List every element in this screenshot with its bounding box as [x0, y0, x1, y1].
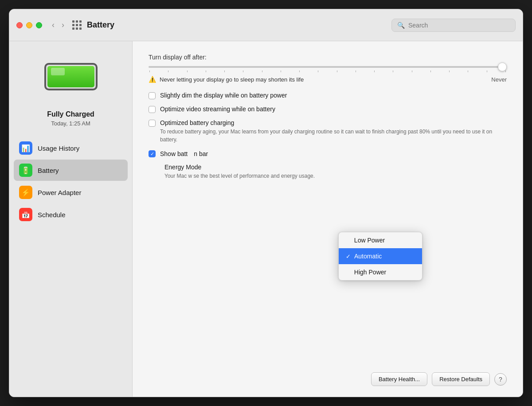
tick	[168, 70, 168, 72]
tick	[281, 70, 281, 72]
energy-mode-desc: Your Mac w se the best level of performa…	[164, 172, 315, 180]
titlebar: ‹ › Battery 🔍	[9, 9, 523, 41]
low-power-checkmark	[346, 237, 351, 244]
tick	[374, 70, 375, 72]
energy-mode-label: Energy Mode	[164, 164, 201, 171]
energy-mode-row: Energy Mode Your Mac w se the best level…	[149, 164, 507, 180]
battery-icon	[44, 63, 98, 90]
sidebar-item-battery[interactable]: 🔋 Battery	[14, 160, 128, 181]
battery-sheen	[51, 68, 65, 75]
close-button[interactable]	[16, 22, 23, 28]
sidebar-label-power-adapter: Power Adapter	[38, 189, 81, 196]
sidebar-item-schedule[interactable]: 📅 Schedule	[14, 204, 128, 225]
forward-button[interactable]: ›	[59, 19, 67, 31]
tick	[318, 70, 318, 72]
checkbox-charging-row: Optimized battery charging To reduce bat…	[149, 119, 507, 144]
battery-nav-icon: 🔋	[19, 164, 32, 177]
tick	[468, 70, 468, 72]
tick	[206, 70, 206, 72]
tick	[430, 70, 431, 72]
battery-time-label: Today, 1:25 AM	[51, 120, 90, 127]
checkbox-dim[interactable]	[149, 92, 156, 99]
checkbox-dim-row: Slightly dim the display while on batter…	[149, 92, 507, 99]
checkbox-dim-label-text: Slightly dim the display while on batter…	[160, 92, 287, 99]
help-button[interactable]: ?	[494, 373, 507, 386]
usage-history-icon: 📊	[19, 141, 32, 155]
energy-mode-text: Energy Mode Your Mac w se the best level…	[164, 164, 315, 180]
fullscreen-button[interactable]	[36, 22, 42, 28]
sidebar-nav: 📊 Usage History 🔋 Battery ⚡ Power Adapte…	[9, 137, 132, 225]
show-battery-label2: n bar	[194, 150, 208, 157]
dim-label: Slightly dim the display while on batter…	[160, 92, 287, 99]
checkbox-optimize-row: Optimize video streaming while on batter…	[149, 105, 507, 113]
high-power-checkmark	[346, 269, 351, 276]
warning-row: ⚠️ Never letting your display go to slee…	[149, 76, 507, 83]
search-input[interactable]	[408, 22, 510, 29]
tick	[262, 70, 262, 72]
checkbox-optimize-label-text: Optimize video streaming while on batter…	[160, 105, 275, 113]
tick	[505, 70, 506, 72]
window-title: Battery	[87, 20, 391, 30]
tick	[243, 70, 243, 72]
sidebar: Fully Charged Today, 1:25 AM 📊 Usage His…	[9, 41, 133, 397]
schedule-icon: 📅	[19, 208, 32, 221]
display-off-label: Turn display off after:	[149, 54, 507, 61]
checkbox-show-battery[interactable]: ✓	[149, 150, 156, 157]
show-battery-row: ✓ Show batt n bar	[149, 150, 507, 157]
system-preferences-window: ‹ › Battery 🔍 Fully Charge	[9, 9, 523, 397]
battery-status-label: Fully Charged	[47, 110, 94, 118]
tick	[224, 70, 225, 72]
dropdown-item-high-power[interactable]: High Power	[339, 264, 422, 280]
automatic-label: Automatic	[354, 253, 382, 260]
display-slider-track[interactable]	[149, 66, 507, 68]
tick	[356, 70, 356, 72]
charging-label: Optimized battery charging	[160, 119, 507, 126]
display-slider-thumb[interactable]	[498, 62, 507, 71]
never-label: Never	[491, 76, 507, 83]
sidebar-label-schedule: Schedule	[38, 211, 66, 219]
restore-defaults-button[interactable]: Restore Defaults	[432, 372, 490, 386]
show-battery-label: Show batt	[160, 150, 188, 157]
optimize-label: Optimize video streaming while on batter…	[160, 105, 275, 113]
warning-text: Never letting your display go to sleep m…	[160, 76, 488, 83]
dropdown-item-automatic[interactable]: ✓ Automatic	[339, 248, 422, 264]
dropdown-item-low-power[interactable]: Low Power	[339, 232, 422, 248]
warning-icon: ⚠️	[149, 76, 156, 83]
checkbox-charging[interactable]	[149, 120, 156, 127]
tick	[412, 70, 412, 72]
checkbox-optimize[interactable]	[149, 106, 156, 113]
content-area: Turn display off after:	[133, 41, 523, 397]
tick	[187, 70, 188, 72]
charging-sublabel: To reduce battery aging, your Mac learns…	[160, 128, 507, 144]
tick	[393, 70, 393, 72]
main-content: Fully Charged Today, 1:25 AM 📊 Usage His…	[9, 41, 523, 397]
minimize-button[interactable]	[26, 22, 32, 28]
sidebar-label-usage-history: Usage History	[38, 144, 79, 152]
display-slider-container	[149, 66, 507, 72]
sidebar-item-power-adapter[interactable]: ⚡ Power Adapter	[14, 182, 128, 203]
tick	[299, 70, 300, 72]
search-box[interactable]: 🔍	[391, 19, 516, 32]
sidebar-label-battery: Battery	[38, 167, 59, 174]
traffic-lights	[16, 22, 42, 28]
tick	[487, 70, 487, 72]
nav-buttons: ‹ ›	[49, 19, 67, 31]
automatic-checkmark: ✓	[346, 253, 351, 260]
energy-mode-dropdown: Low Power ✓ Automatic High Power	[338, 232, 422, 281]
slider-ticks	[149, 70, 507, 72]
bottom-bar: Battery Health... Restore Defaults ?	[371, 372, 507, 386]
checkbox-charging-text: Optimized battery charging To reduce bat…	[160, 119, 507, 144]
tick	[337, 70, 337, 72]
battery-health-button[interactable]: Battery Health...	[371, 372, 427, 386]
search-icon: 🔍	[397, 22, 405, 29]
power-adapter-icon: ⚡	[19, 186, 32, 199]
high-power-label: High Power	[354, 269, 386, 276]
back-button[interactable]: ‹	[49, 19, 57, 31]
grid-icon[interactable]	[72, 20, 82, 30]
battery-fill	[47, 66, 94, 87]
tick	[149, 70, 150, 72]
low-power-label: Low Power	[354, 237, 385, 244]
sidebar-item-usage-history[interactable]: 📊 Usage History	[14, 137, 128, 159]
tick	[449, 70, 450, 72]
battery-illustration	[40, 50, 102, 103]
